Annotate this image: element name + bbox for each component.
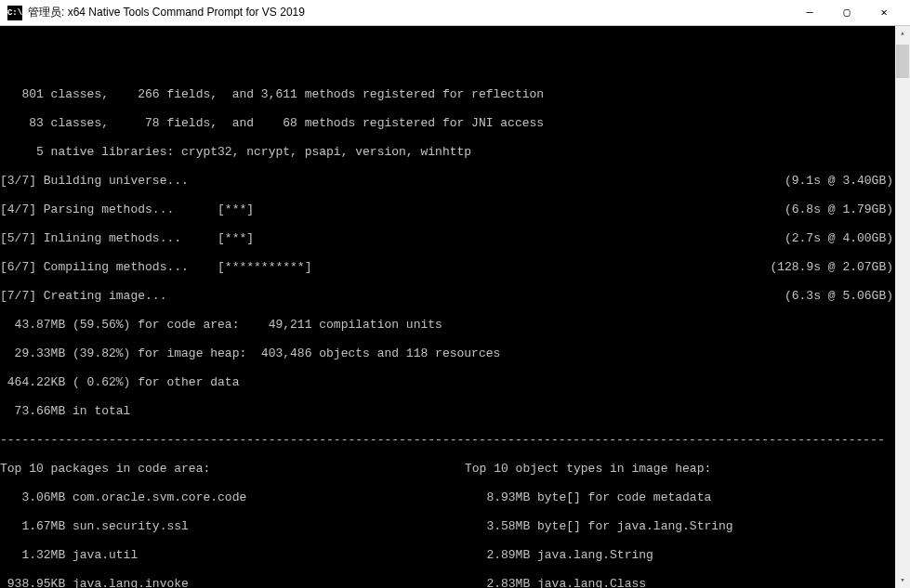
title-bar: C:\ 管理员: x64 Native Tools Command Prompt… [0,0,910,26]
output-line: 1.32MB java.util 2.89MB java.lang.String [0,548,893,563]
output-line: Top 10 packages in code area:Top 10 obje… [0,462,893,477]
scroll-up-arrow[interactable]: ▴ [896,26,909,41]
output-line: 83 classes, 78 fields, and 68 methods re… [0,116,893,131]
output-line: [4/7] Parsing methods... [***](6.8s @ 1.… [0,203,893,217]
output-line: 938.95KB java.lang.invoke 2.83MB java.la… [0,577,893,588]
output-line: [6/7] Compiling methods... [***********]… [0,260,893,275]
window-title: 管理员: x64 Native Tools Command Prompt for… [28,5,791,20]
terminal-output: ▴ ▾ 801 classes, 266 fields, and 3,611 m… [0,26,910,588]
window-controls: — ▢ ✕ [791,1,903,25]
output-line: [7/7] Creating image...(6.3s @ 5.06GB) [0,289,893,304]
output-line: 5 native libraries: crypt32, ncrypt, psa… [0,145,893,160]
output-line: [3/7] Building universe...(9.1s @ 3.40GB… [0,174,893,189]
output-line: 43.87MB (59.56%) for code area: 49,211 c… [0,318,893,333]
output-line: 3.06MB com.oracle.svm.core.code 8.93MB b… [0,490,893,505]
output-line: [5/7] Inlining methods... [***](2.7s @ 4… [0,231,893,246]
output-line: 29.33MB (39.82%) for image heap: 403,486… [0,346,893,361]
scrollbar[interactable]: ▴ ▾ [895,26,910,588]
maximize-button[interactable]: ▢ [828,1,865,25]
output-line: 464.22KB ( 0.62%) for other data [0,375,893,390]
minimize-button[interactable]: — [791,1,828,25]
close-button[interactable]: ✕ [865,1,903,25]
scroll-thumb[interactable] [896,45,909,78]
output-line: 801 classes, 266 fields, and 3,611 metho… [0,87,893,102]
output-line: 1.67MB sun.security.ssl 3.58MB byte[] fo… [0,519,893,534]
output-line: 73.66MB in total [0,404,893,419]
cmd-icon: C:\ [7,6,22,20]
scroll-down-arrow[interactable]: ▾ [896,573,909,588]
divider: ----------------------------------------… [0,433,893,448]
